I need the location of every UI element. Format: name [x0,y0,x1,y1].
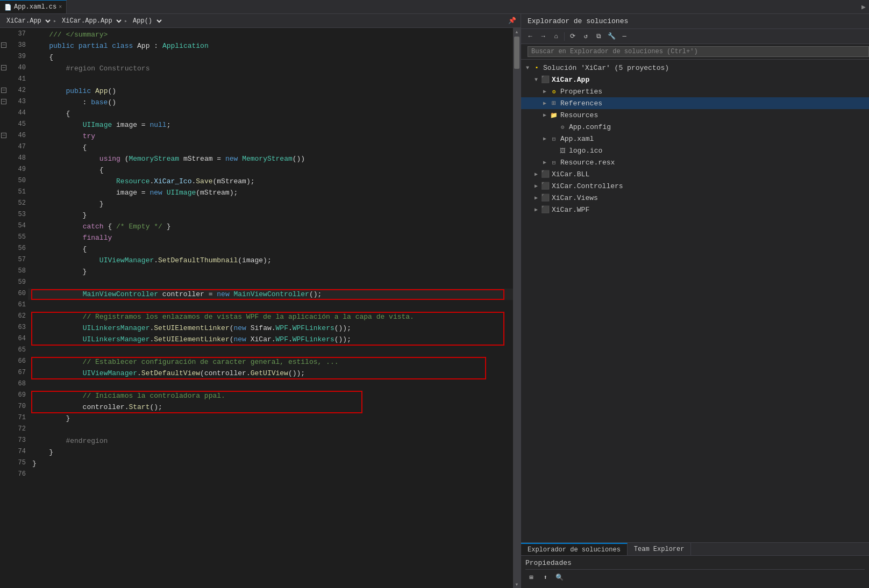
tree-appxaml[interactable]: ▶ ⊟ App.xaml [521,133,869,145]
references-expand[interactable]: ▶ [540,100,549,106]
solution-expand[interactable]: ▼ [523,65,532,71]
code-area: 37 −38 39 −40 41 −42 −43 44 45 −46 47 48… [0,28,521,588]
prop-categories-button[interactable]: ⊞ [525,571,537,583]
solution-icon: ▪ [532,63,542,72]
search-container [521,44,869,60]
scroll-down-button[interactable]: ▼ [513,580,521,588]
code-line-63: UILinkersManager . SetUIElementLinker ( … [28,322,513,334]
active-tab[interactable]: 📄 App.xaml.cs × [0,0,67,13]
explorador-label: Explorador de soluciones [528,546,621,554]
home-button[interactable]: ⌂ [550,31,562,42]
line-num-40: −40 [0,62,28,73]
xicarviews-expand[interactable]: ▶ [532,195,540,201]
minimize-button[interactable]: — [618,31,630,42]
line-num-76: 76 [0,468,28,479]
collapse-38[interactable]: − [1,42,6,48]
prop-search-button[interactable]: 🔍 [553,571,565,583]
code-line-73: #endregion [28,435,513,447]
tree-xicarviews[interactable]: ▶ ⬛ XiCar.Views [521,192,869,204]
xicarwpf-label: XiCar.WPF [552,206,589,214]
code-line-51: image = new UIImage (mStream); [28,187,513,198]
appconfig-icon: ⚙ [558,123,567,131]
logoico-label: logo.ico [569,147,602,155]
project-icon: ⬛ [540,75,550,84]
resourceresx-expand[interactable]: ▶ [540,159,549,166]
sidebar-toolbar: ← → ⌂ ⟳ ↺ ⧉ 🔧 — [521,29,869,44]
copy-button[interactable]: ⧉ [593,31,604,42]
search-input[interactable] [528,46,869,57]
tab-team-explorer[interactable]: Team Explorer [628,543,692,555]
tree-xicarbll[interactable]: ▶ ⬛ XiCar.BLL [521,168,869,180]
line-num-73: 73 [0,434,28,446]
xicarwpf-expand[interactable]: ▶ [532,206,540,213]
resources-expand[interactable]: ▶ [540,112,549,118]
code-line-49: { [28,164,513,176]
breadcrumb-arrow-2: ▸ [124,18,127,24]
properties-expand[interactable]: ▶ [540,88,549,95]
solution-explorer-sidebar: Explorador de soluciones ← → ⌂ ⟳ ↺ ⧉ 🔧 —… [521,14,869,588]
tree-references[interactable]: ▶ ⊞ References [521,97,869,109]
settings-button[interactable]: 🔧 [606,31,617,42]
solution-root[interactable]: ▼ ▪ Solución 'XiCar' (5 proyectos) [521,62,869,74]
breadcrumb-method[interactable]: App() [129,16,163,26]
breadcrumb-class[interactable]: XiCar.App.App [58,16,123,26]
tab-scroll-right[interactable]: ▶ [858,0,869,13]
forward-button[interactable]: → [537,31,549,42]
logoico-icon: 🖼 [558,146,567,155]
tree-properties[interactable]: ▶ ⚙ Properties [521,85,869,97]
tree-resourceresx[interactable]: ▶ ⊟ Resource.resx [521,156,869,168]
line-num-47: 47 [0,141,28,152]
line-num-55: 55 [0,231,28,242]
line-num-45: 45 [0,118,28,130]
xicarbll-expand[interactable]: ▶ [532,171,540,177]
xicarcontrollers-label: XiCar.Controllers [552,182,623,190]
scrollbar-track[interactable] [513,35,521,580]
code-line-61 [28,300,513,311]
back-button[interactable]: ← [524,31,536,42]
tree-xicarwpf[interactable]: ▶ ⬛ XiCar.WPF [521,204,869,216]
code-line-46: try [28,131,513,142]
line-num-38: −38 [0,39,28,51]
xicar-app-project[interactable]: ▼ ⬛ XiCar.App [521,74,869,85]
scrollbar-thumb[interactable] [514,37,519,69]
collapse-42[interactable]: − [1,88,6,93]
undo-button[interactable]: ↺ [580,31,592,42]
code-line-53: } [28,210,513,221]
appxaml-expand[interactable]: ▶ [540,135,549,142]
collapse-46[interactable]: − [1,133,6,138]
redbox-group-4: 4 // Iniciamos la controladora ppal. con… [28,390,513,413]
collapse-40[interactable]: − [1,65,6,70]
prop-sort-button[interactable]: ⬆ [539,571,551,583]
code-editor[interactable]: /// </summary> public partial class App … [28,28,513,588]
breadcrumb-namespace[interactable]: XiCar.App [2,16,52,26]
team-explorer-label: Team Explorer [634,546,685,553]
code-line-71: } [28,413,513,424]
code-line-41 [28,74,513,85]
xicarcontrollers-expand[interactable]: ▶ [532,183,540,189]
xicar-app-expand[interactable]: ▼ [532,77,540,83]
tab-label: App.xaml.cs [14,3,56,11]
tree-logoico[interactable]: 🖼 logo.ico [521,145,869,156]
code-line-48: using ( MemoryStream mStream = new Memor… [28,153,513,164]
editor-pane: XiCar.App ▸ XiCar.App.App ▸ App() 📌 37 −… [0,14,521,588]
code-line-66: 3 // Establecer configuración de caracte… [28,356,513,368]
tab-explorador[interactable]: Explorador de soluciones [521,543,628,555]
code-line-40: #region Constructors [28,63,513,74]
code-line-59 [28,277,513,289]
line-num-63: 63 [0,321,28,333]
tree-xicarcontrollers[interactable]: ▶ ⬛ XiCar.Controllers [521,180,869,192]
refresh-button[interactable]: ⟳ [567,31,579,42]
scroll-up-button[interactable]: ▲ [513,28,521,35]
resources-label: Resources [560,111,598,119]
pin-button[interactable]: 📌 [506,17,518,25]
collapse-43[interactable]: − [1,99,6,104]
line-num-74: 74 [0,446,28,457]
line-num-56: 56 [0,242,28,254]
line-num-42: −42 [0,84,28,96]
code-line-42: public App () [28,85,513,97]
line-num-50: 50 [0,175,28,186]
tree-appconfig[interactable]: ⚙ App.config [521,121,869,133]
editor-scrollbar[interactable]: ▲ ▼ [513,28,521,588]
tree-resources[interactable]: ▶ 📁 Resources [521,109,869,121]
tab-close-button[interactable]: × [59,4,62,10]
